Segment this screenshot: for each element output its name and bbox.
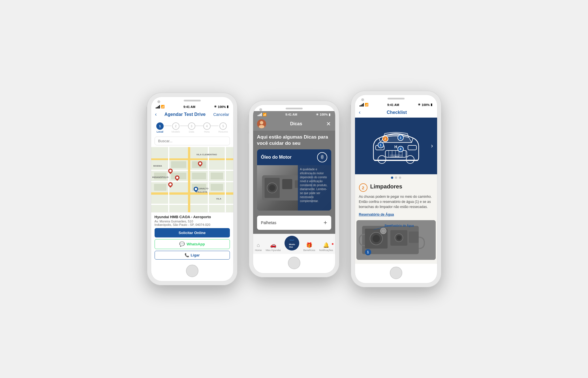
bluetooth-icon: ✳ [214, 105, 217, 109]
car-badge-1: 1 [378, 142, 384, 148]
p2-mute-btn[interactable] [248, 115, 249, 121]
nav-beneficios[interactable]: 🎁 Benefícios [303, 242, 315, 252]
home-icon: ⌂ [257, 242, 260, 248]
step-1[interactable]: 1 Local [156, 122, 164, 133]
back-button-3[interactable]: ‹ [359, 109, 361, 115]
power-btn[interactable] [238, 115, 238, 132]
item-number-badge: 2 [359, 183, 367, 192]
step-4-label: Hora [204, 130, 210, 133]
dot-3[interactable] [399, 177, 401, 179]
battery-label-1: 100% [218, 105, 226, 109]
item-description: As chuvas podem te pegar no meio do cami… [359, 194, 433, 209]
map-pin-3[interactable] [175, 175, 179, 181]
nav-meu-hyundai-label: Meu Hyundai [266, 249, 281, 252]
checklist-content: 2 Limpadores As chuvas podem te pegar no… [355, 180, 437, 220]
home-button-1[interactable] [186, 265, 198, 277]
phone-2-screen: 📶 9:41 AM ✳ 100% ▮ Dicas ✕ Aqui estão a [253, 105, 335, 273]
nav-home[interactable]: ⌂ Home [255, 242, 262, 252]
p2-content: Aqui estão algumas Dicas para você cuida… [253, 131, 335, 216]
p2-power-btn[interactable] [339, 123, 340, 140]
p1-header: ‹ Agendar Test Drive Cancelar [151, 109, 233, 120]
mute-btn[interactable] [146, 107, 147, 113]
car-front-svg: H Creta [365, 123, 427, 169]
p2-vol-up-btn[interactable] [248, 120, 249, 131]
p2-bluetooth-icon: ✳ [316, 113, 318, 116]
svg-rect-14 [408, 145, 416, 150]
step-4[interactable]: 4 Hora [203, 122, 211, 133]
svg-point-35 [397, 235, 401, 240]
close-button-2[interactable]: ✕ [326, 120, 331, 127]
svg-point-7 [269, 185, 275, 191]
reservoir-label: Reservatório de Água [385, 224, 414, 227]
p2-title: Dicas [290, 121, 302, 126]
p2-status-left: 📶 [258, 113, 267, 116]
ligar-button[interactable]: 📞 Ligar [155, 251, 230, 260]
map-pin-1[interactable] [198, 161, 202, 167]
p3-front-camera [361, 98, 364, 101]
voice-mode-button[interactable]: 〰 ModoVoz [285, 236, 299, 250]
nav-notificacoes[interactable]: 🔔 Notificações [319, 242, 333, 252]
vol-down-btn[interactable] [146, 126, 147, 136]
wifi-icon: 📶 [161, 105, 165, 109]
step-5[interactable]: 5 Resumo [219, 122, 228, 133]
car-icon: 🚗 [270, 242, 276, 248]
map-label-3: INDIANÓPOLIS [152, 176, 169, 179]
home-button-2[interactable] [288, 257, 300, 269]
back-button-1[interactable]: ‹ [155, 111, 157, 117]
cancel-button-1[interactable]: Cancelar [213, 112, 229, 117]
step-3-label: Data [189, 130, 194, 133]
p2-vol-down-btn[interactable] [248, 133, 249, 144]
car-badge-2: 2 [382, 136, 388, 142]
phone-2-top [253, 105, 335, 111]
svg-text:H: H [394, 145, 397, 149]
p2-signal-icon [258, 113, 262, 116]
home-button-3[interactable] [390, 267, 402, 279]
dealer-info-card: Hyundai HMB CAOA - Aeroporto Av. Moreira… [151, 212, 233, 262]
map-pin-2[interactable] [168, 169, 173, 174]
step-3[interactable]: 3 Data [188, 122, 195, 133]
p3-mute-btn[interactable] [350, 105, 351, 111]
p2-navbar: ⌂ Home 🚗 Meu Hyundai 〰 ModoVoz 🎁 Benefíc… [253, 234, 335, 254]
oleo-card: Óleo do Motor 🛢 [257, 149, 331, 211]
p3-power-btn[interactable] [441, 113, 442, 130]
map-pin-4[interactable] [168, 182, 173, 188]
step-4-circle: 4 [203, 122, 211, 130]
next-arrow[interactable]: › [431, 142, 433, 150]
voice-label: ModoVoz [289, 243, 295, 248]
map-view[interactable]: VILA CLEMENTINO MOEMA INDIANÓPOLIS PLANA… [151, 147, 233, 212]
map-pin-5[interactable] [194, 187, 198, 192]
reservoir-link[interactable]: Reservatório de Água [359, 213, 394, 216]
nav-voice[interactable]: 〰 ModoVoz [285, 236, 299, 252]
status-bar-3: 📶 9:41 AM ✳ 100% ▮ [355, 101, 437, 107]
scene: 📶 9:41 AM ✳ 100% ▮ ‹ Agendar Test Drive … [136, 79, 453, 299]
checklist-item-header: 2 Limpadores [359, 183, 433, 192]
palhetas-section: Palhetas + [253, 216, 335, 234]
step-line-2 [180, 126, 188, 126]
search-input[interactable] [155, 137, 230, 145]
nav-notificacoes-label: Notificações [319, 249, 333, 252]
p2-card-image: A qualidade e eficiência do motor depend… [257, 165, 331, 211]
svg-point-33 [373, 235, 380, 242]
palhetas-item[interactable]: Palhetas + [257, 216, 331, 230]
dot-1[interactable] [391, 177, 393, 179]
p3-status-right: ✳ 100% ▮ [418, 103, 432, 107]
step-5-label: Resumo [219, 130, 228, 133]
whatsapp-button[interactable]: 💬 WhatsApp [155, 239, 230, 249]
vol-up-btn[interactable] [146, 112, 147, 123]
img-badge-1: 1 [365, 249, 371, 255]
step-2-label: Modelo [172, 130, 180, 133]
step-2[interactable]: 2 Modelo [172, 122, 180, 133]
whatsapp-icon: 💬 [179, 241, 185, 247]
p3-vol-up-btn[interactable] [350, 111, 351, 121]
step-1-circle: 1 [156, 122, 164, 130]
status-bar-1: 📶 9:41 AM ✳ 100% ▮ [151, 103, 233, 109]
nav-meu-hyundai[interactable]: 🚗 Meu Hyundai [266, 242, 281, 252]
palhetas-expand-button[interactable]: + [324, 219, 327, 226]
solicitar-online-button[interactable]: Solicitar Online [155, 228, 230, 237]
car-badge-4: 4 [397, 146, 404, 152]
p2-headline: Aqui estão algumas Dicas para você cuida… [257, 134, 331, 146]
dot-2[interactable] [395, 177, 397, 179]
map-label-1: VILA CLEMENTINO [196, 153, 217, 156]
p3-vol-down-btn[interactable] [350, 124, 351, 134]
svg-point-23 [406, 156, 414, 163]
